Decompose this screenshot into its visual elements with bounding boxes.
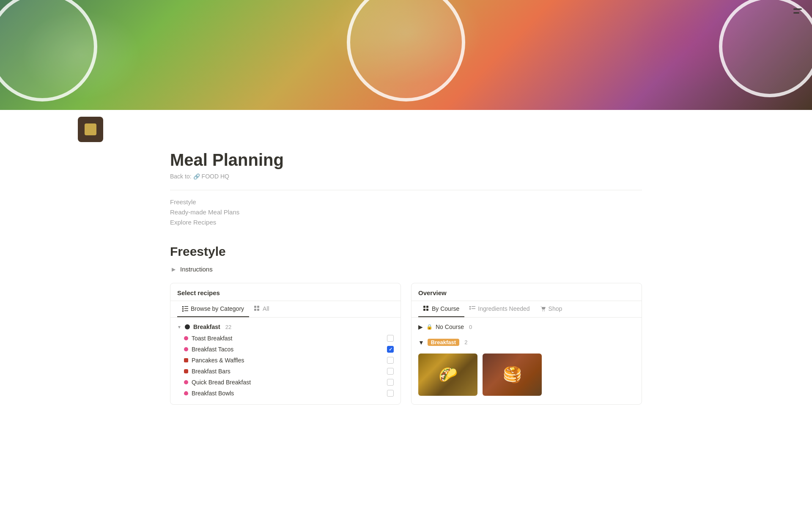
breakfast-bowls-dot <box>184 391 188 395</box>
hero-banner <box>0 0 812 110</box>
list-item[interactable]: Toast Breakfast <box>170 333 401 344</box>
grid-icon-course <box>423 306 429 312</box>
lock-icon: 🔒 <box>426 324 432 330</box>
overview-tabs: By Course Ingredients Needed Shop <box>411 301 642 318</box>
toast-breakfast-label: Toast Breakfast <box>192 335 233 342</box>
tab-browse-by-category[interactable]: Browse by Category <box>177 301 249 317</box>
breakfast-overview-count: 2 <box>464 339 467 345</box>
hero-bowl-center <box>347 0 465 101</box>
svg-rect-8 <box>182 310 184 312</box>
hero-bowl-left <box>0 0 97 101</box>
breakfast-toggle-arrow: ▼ <box>177 325 181 329</box>
breadcrumb-link[interactable]: FOOD HQ <box>202 173 229 180</box>
pancakes-item-left: Pancakes & Waffles <box>184 357 244 364</box>
tab-ingredients[interactable]: Ingredients Needed <box>464 301 535 317</box>
quickbread-dot <box>184 380 188 384</box>
svg-rect-6 <box>182 308 184 310</box>
all-label: All <box>263 305 269 312</box>
breakfast-tacos-dot <box>184 347 188 351</box>
quickbread-item-left: Quick Bread Breakfast <box>184 379 251 386</box>
svg-rect-13 <box>257 309 259 311</box>
list-item[interactable]: Quick Bread Breakfast <box>170 377 401 388</box>
cart-icon <box>540 306 546 312</box>
overview-panel: Overview By Course Ingredients Needed <box>411 283 642 405</box>
breakfast-group-header[interactable]: ▼ Breakfast 22 <box>170 321 401 333</box>
breakfast-tacos-checkbox[interactable] <box>387 346 394 353</box>
breakfast-tacos-item-left: Breakfast Tacos <box>184 346 233 353</box>
list-item[interactable]: Pancakes & Waffles <box>170 355 401 366</box>
svg-point-23 <box>544 310 545 311</box>
instructions-toggle[interactable]: ▶ Instructions <box>170 264 642 274</box>
tab-by-course[interactable]: By Course <box>418 301 464 317</box>
table-of-contents: Freestyle Ready-made Meal Plans Explore … <box>170 197 642 227</box>
svg-rect-5 <box>184 306 188 307</box>
breakfast-bars-dot <box>184 369 188 373</box>
list-item[interactable]: Breakfast Bars <box>170 366 401 377</box>
breadcrumb-prefix: Back to: <box>170 173 192 180</box>
breakfast-bowls-checkbox[interactable] <box>387 390 394 397</box>
no-course-label: No Course <box>436 323 464 330</box>
svg-rect-12 <box>254 309 256 311</box>
select-recipes-panel: Select recipes Browse by Category All <box>170 283 401 405</box>
breadcrumb: Back to: 🔗 FOOD HQ <box>170 173 642 180</box>
ingredients-label: Ingredients Needed <box>478 305 529 312</box>
hero-bowl-right <box>719 0 812 97</box>
svg-rect-16 <box>423 309 425 311</box>
svg-rect-0 <box>85 124 90 129</box>
svg-rect-10 <box>254 306 256 308</box>
browse-by-category-label: Browse by Category <box>191 305 244 312</box>
no-course-toggle-arrow: ▶ <box>418 323 423 330</box>
breakfast-highlight-badge: Breakfast <box>428 339 459 346</box>
overview-header: Overview <box>411 283 642 301</box>
pancakes-checkbox[interactable] <box>387 357 394 364</box>
breakfast-overview-group-header[interactable]: ▼ Breakfast 2 <box>411 336 642 348</box>
minimize-button-2[interactable] <box>793 12 799 14</box>
breakfast-bowls-label: Breakfast Bowls <box>192 390 234 397</box>
breakfast-label: Breakfast <box>193 323 220 330</box>
breakfast-tacos-label: Breakfast Tacos <box>192 346 233 353</box>
svg-rect-7 <box>184 308 188 309</box>
no-course-count: 0 <box>469 324 472 330</box>
breakfast-bars-checkbox[interactable] <box>387 368 394 375</box>
svg-rect-20 <box>469 308 471 310</box>
divider <box>170 190 642 190</box>
grid-icon <box>254 306 260 312</box>
svg-rect-3 <box>91 130 96 134</box>
category-list: ▼ Breakfast 22 Toast Breakfast <box>170 318 401 402</box>
no-course-group-header[interactable]: ▶ 🔒 No Course 0 <box>411 321 642 333</box>
quickbread-label: Quick Bread Breakfast <box>192 379 251 386</box>
svg-rect-4 <box>182 306 184 307</box>
select-recipes-header: Select recipes <box>170 283 401 301</box>
toc-item-readymade[interactable]: Ready-made Meal Plans <box>170 207 642 217</box>
svg-rect-17 <box>426 309 428 311</box>
quickbread-checkbox[interactable] <box>387 379 394 386</box>
list-item[interactable]: Breakfast Tacos <box>170 344 401 355</box>
toast-breakfast-checkbox[interactable] <box>387 335 394 342</box>
svg-rect-19 <box>472 306 475 307</box>
by-course-label: By Course <box>432 305 459 312</box>
toc-item-freestyle[interactable]: Freestyle <box>170 197 642 207</box>
breakfast-bars-item-left: Breakfast Bars <box>184 368 230 375</box>
freestyle-panels: Select recipes Browse by Category All <box>170 283 642 405</box>
breakfast-overview-toggle-arrow: ▼ <box>418 339 424 346</box>
breakfast-count: 22 <box>225 324 231 330</box>
tab-shop[interactable]: Shop <box>535 301 568 317</box>
tab-all[interactable]: All <box>249 301 274 317</box>
breadcrumb-icon: 🔗 <box>193 173 200 180</box>
list-item[interactable]: Breakfast Bowls <box>170 388 401 399</box>
minimize-button[interactable] <box>793 8 802 10</box>
shop-label: Shop <box>549 305 562 312</box>
svg-rect-2 <box>85 130 90 134</box>
breakfast-bars-label: Breakfast Bars <box>192 368 230 375</box>
toc-item-explore[interactable]: Explore Recipes <box>170 217 642 227</box>
pancakes-label: Pancakes & Waffles <box>192 357 244 364</box>
toggle-arrow-instructions: ▶ <box>170 266 177 273</box>
toast-breakfast-item-left: Toast Breakfast <box>184 335 233 342</box>
breakfast-dot <box>185 324 190 329</box>
toast-breakfast-dot <box>184 336 188 340</box>
svg-rect-18 <box>469 306 471 307</box>
freestyle-section-title: Freestyle <box>170 244 642 259</box>
select-recipes-tabs: Browse by Category All <box>170 301 401 318</box>
svg-rect-9 <box>184 310 188 311</box>
svg-rect-14 <box>423 306 425 308</box>
